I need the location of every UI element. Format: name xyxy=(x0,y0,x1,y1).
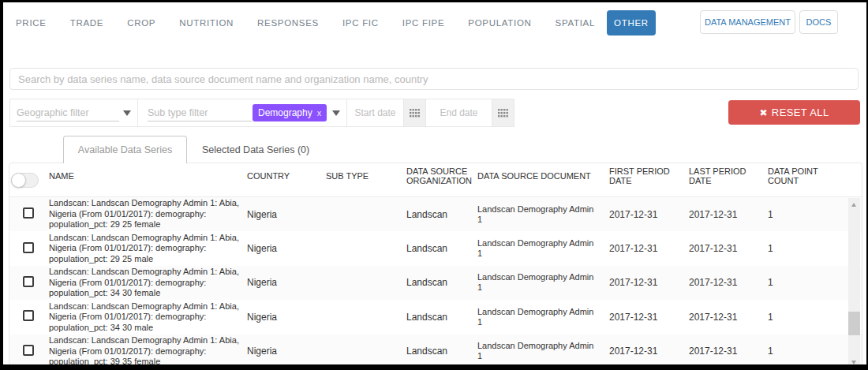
cell-document: Landscan Demography Admin 1 xyxy=(477,307,609,327)
cell-name: Landscan: Landscan Demography Admin 1: A… xyxy=(49,233,247,265)
row-checkbox[interactable] xyxy=(23,310,34,321)
reset-all-button[interactable]: ✖ RESET ALL xyxy=(728,100,860,125)
cell-organization: Landscan xyxy=(406,209,477,220)
series-tabs: Available Data Series Selected Data Seri… xyxy=(63,136,324,163)
table-row: Landscan: Landscan Demography Admin 1: A… xyxy=(9,231,862,265)
table-header: NAMECOUNTRYSUB TYPEDATA SOURCE ORGANIZAT… xyxy=(9,163,862,197)
cell-first-period: 2017-12-31 xyxy=(609,209,689,220)
reset-all-label: RESET ALL xyxy=(772,107,829,118)
reset-x-icon: ✖ xyxy=(759,107,767,118)
cell-document: Landscan Demography Admin 1 xyxy=(477,272,609,293)
subtype-chip-remove-icon[interactable]: x xyxy=(317,108,322,118)
end-date-calendar-button[interactable] xyxy=(492,99,514,126)
data-series-panel: NAMECOUNTRYSUB TYPEDATA SOURCE ORGANIZAT… xyxy=(9,163,862,370)
cell-document: Landscan Demography Admin 1 xyxy=(477,341,609,361)
table-row: Landscan: Landscan Demography Admin 1: A… xyxy=(9,266,862,300)
nav-tab-ipc-fipe[interactable]: IPC FIPE xyxy=(391,10,457,36)
column-header-data-source-organization: DATA SOURCE ORGANIZATION xyxy=(406,166,477,186)
cell-country: Nigeria xyxy=(247,277,326,288)
nav-tab-responses[interactable]: RESPONSES xyxy=(245,10,331,36)
subtype-filter-input[interactable] xyxy=(148,104,252,121)
cell-last-period: 2017-12-31 xyxy=(689,209,768,220)
calendar-icon xyxy=(498,109,508,118)
geographic-filter-dropdown-icon[interactable] xyxy=(123,110,131,116)
row-checkbox[interactable] xyxy=(23,242,34,253)
data-management-button[interactable]: DATA MANAGEMENT xyxy=(700,10,795,34)
cell-name: Landscan: Landscan Demography Admin 1: A… xyxy=(49,198,247,230)
column-header-data-point-count: DATA POINT COUNT xyxy=(768,166,829,186)
end-date-placeholder: End date xyxy=(440,107,477,118)
row-checkbox[interactable] xyxy=(23,345,34,356)
cell-last-period: 2017-12-31 xyxy=(689,346,768,357)
cell-name: Landscan: Landscan Demography Admin 1: A… xyxy=(49,335,247,368)
start-date-placeholder: Start date xyxy=(354,107,395,118)
nav-tab-trade[interactable]: TRADE xyxy=(58,10,115,36)
geographic-filter-input[interactable] xyxy=(17,104,119,121)
cell-country: Nigeria xyxy=(247,346,326,357)
calendar-icon xyxy=(410,109,420,118)
cell-first-period: 2017-12-31 xyxy=(609,277,689,288)
nav-tab-population[interactable]: POPULATION xyxy=(456,10,543,36)
subtype-filter-cell: Demography x xyxy=(137,99,346,126)
nav-tab-ipc-fic[interactable]: IPC FIC xyxy=(331,10,391,36)
cell-name: Landscan: Landscan Demography Admin 1: A… xyxy=(49,301,247,334)
column-header-sub-type: SUB TYPE xyxy=(326,171,406,181)
cell-organization: Landscan xyxy=(406,243,477,254)
cell-first-period: 2017-12-31 xyxy=(609,312,689,323)
start-date-calendar-button[interactable] xyxy=(403,99,425,126)
nav-tab-other[interactable]: OTHER xyxy=(607,10,656,36)
nav-tab-crop[interactable]: CROP xyxy=(115,10,167,36)
docs-button[interactable]: DOCS xyxy=(799,10,838,34)
cell-document: Landscan Demography Admin 1 xyxy=(477,238,609,259)
geographic-filter-cell xyxy=(10,99,137,126)
cell-first-period: 2017-12-31 xyxy=(609,346,689,357)
toggle-knob xyxy=(11,173,26,188)
cell-name: Landscan: Landscan Demography Admin 1: A… xyxy=(49,267,247,299)
table-row: Landscan: Landscan Demography Admin 1: A… xyxy=(9,334,862,368)
cell-country: Nigeria xyxy=(247,243,326,254)
scroll-thumb[interactable] xyxy=(848,312,860,335)
column-header-data-source-document: DATA SOURCE DOCUMENT xyxy=(477,171,609,181)
column-header-first-period-date: FIRST PERIOD DATE xyxy=(609,166,689,186)
table-row: Landscan: Landscan Demography Admin 1: A… xyxy=(9,300,862,334)
table-body: Landscan: Landscan Demography Admin 1: A… xyxy=(9,197,862,368)
subtype-chip-demography[interactable]: Demography x xyxy=(253,104,327,121)
row-checkbox[interactable] xyxy=(23,276,34,287)
search-input[interactable] xyxy=(9,68,859,90)
nav-tab-nutrition[interactable]: NUTRITION xyxy=(167,10,245,36)
nav-tab-price[interactable]: PRICE xyxy=(4,10,58,36)
cell-document: Landscan Demography Admin 1 xyxy=(477,204,609,225)
cell-organization: Landscan xyxy=(406,277,477,288)
cell-last-period: 2017-12-31 xyxy=(689,312,768,323)
table-row: Landscan: Landscan Demography Admin 1: A… xyxy=(9,197,862,231)
cell-country: Nigeria xyxy=(247,312,326,323)
select-all-toggle[interactable] xyxy=(11,173,39,188)
subtype-chip-label: Demography xyxy=(258,107,312,118)
column-header-name: NAME xyxy=(49,171,247,181)
subtype-filter-dropdown-icon[interactable] xyxy=(332,110,340,116)
cell-last-period: 2017-12-31 xyxy=(689,243,768,254)
cell-organization: Landscan xyxy=(406,312,477,323)
scroll-up-icon[interactable] xyxy=(851,203,856,207)
row-checkbox[interactable] xyxy=(23,207,34,219)
tab-selected-data-series[interactable]: Selected Data Series (0) xyxy=(187,136,324,163)
main-nav-tabs: PRICETRADECROPNUTRITIONRESPONSESIPC FICI… xyxy=(4,10,656,36)
column-header-country: COUNTRY xyxy=(247,171,326,181)
table-scrollbar[interactable] xyxy=(848,198,860,369)
cell-last-period: 2017-12-31 xyxy=(689,277,768,288)
cell-first-period: 2017-12-31 xyxy=(609,243,689,254)
nav-tab-spatial[interactable]: SPATIAL xyxy=(544,10,608,36)
cell-organization: Landscan xyxy=(406,346,477,357)
filter-bar: Demography x Start date End date xyxy=(9,99,514,127)
scroll-down-icon[interactable] xyxy=(851,361,856,364)
column-header-last-period-date: LAST PERIOD DATE xyxy=(689,166,768,186)
end-date-cell[interactable]: End date xyxy=(425,99,492,126)
tab-available-data-series[interactable]: Available Data Series xyxy=(63,136,187,163)
start-date-cell[interactable]: Start date xyxy=(346,99,403,126)
cell-country: Nigeria xyxy=(247,209,326,220)
